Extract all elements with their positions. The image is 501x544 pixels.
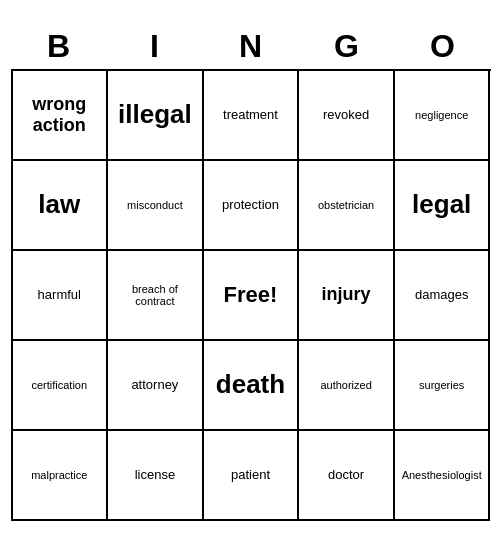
bingo-cell: harmful bbox=[13, 251, 109, 341]
bingo-cell: Anesthesiologist bbox=[395, 431, 491, 521]
bingo-cell: injury bbox=[299, 251, 395, 341]
bingo-cell: law bbox=[13, 161, 109, 251]
bingo-cell: patient bbox=[204, 431, 300, 521]
header-letter: N bbox=[203, 24, 299, 69]
bingo-cell: Free! bbox=[204, 251, 300, 341]
bingo-cell: negligence bbox=[395, 71, 491, 161]
bingo-cell: breach of contract bbox=[108, 251, 204, 341]
header-letter: G bbox=[299, 24, 395, 69]
bingo-cell: attorney bbox=[108, 341, 204, 431]
bingo-cell: authorized bbox=[299, 341, 395, 431]
bingo-cell: doctor bbox=[299, 431, 395, 521]
bingo-cell: death bbox=[204, 341, 300, 431]
bingo-cell: revoked bbox=[299, 71, 395, 161]
bingo-cell: protection bbox=[204, 161, 300, 251]
bingo-cell: legal bbox=[395, 161, 491, 251]
bingo-grid: wrong actionillegaltreatmentrevokednegli… bbox=[11, 69, 491, 521]
bingo-cell: illegal bbox=[108, 71, 204, 161]
bingo-cell: obstetrician bbox=[299, 161, 395, 251]
bingo-cell: treatment bbox=[204, 71, 300, 161]
header-letter: I bbox=[107, 24, 203, 69]
bingo-cell: wrong action bbox=[13, 71, 109, 161]
bingo-cell: surgeries bbox=[395, 341, 491, 431]
bingo-cell: license bbox=[108, 431, 204, 521]
bingo-cell: misconduct bbox=[108, 161, 204, 251]
header-letter: B bbox=[11, 24, 107, 69]
bingo-header: BINGO bbox=[11, 24, 491, 69]
bingo-cell: certification bbox=[13, 341, 109, 431]
bingo-card: BINGO wrong actionillegaltreatmentrevoke… bbox=[11, 24, 491, 521]
bingo-cell: malpractice bbox=[13, 431, 109, 521]
bingo-cell: damages bbox=[395, 251, 491, 341]
header-letter: O bbox=[395, 24, 491, 69]
